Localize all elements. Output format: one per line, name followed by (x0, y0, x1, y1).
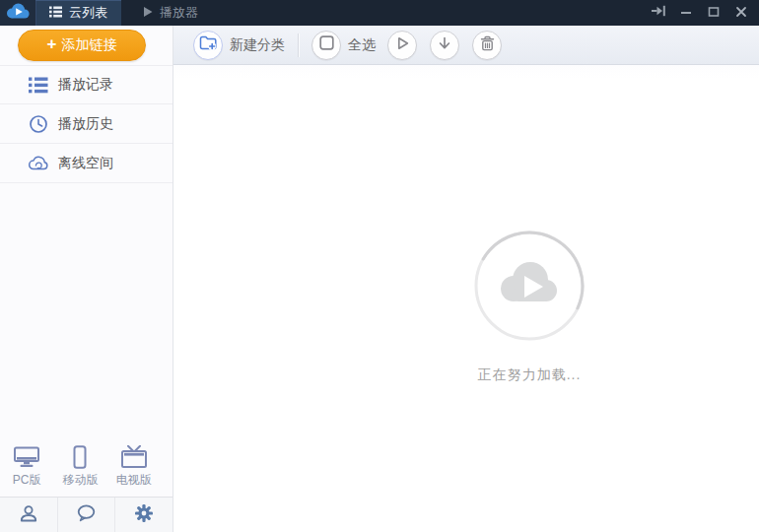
new-category-label: 新建分类 (230, 36, 285, 54)
tab-player-label: 播放器 (160, 4, 198, 22)
tab-cloud-list[interactable]: 云列表 (35, 0, 121, 26)
tab-player[interactable]: 播放器 (129, 0, 212, 26)
select-all-label: 全选 (348, 36, 376, 54)
platform-mobile[interactable]: 移动版 (53, 445, 106, 489)
platform-label: PC版 (0, 472, 53, 489)
minimize-icon (680, 4, 692, 22)
download-button[interactable] (430, 31, 459, 60)
platform-label: 电视版 (107, 472, 161, 489)
close-icon (735, 4, 747, 22)
titlebar: 云列表 播放器 (0, 0, 759, 26)
maximize-icon (708, 4, 720, 22)
platform-links: PC版 移动版 电视版 (0, 445, 161, 489)
select-all-button[interactable] (311, 31, 341, 60)
play-icon (394, 35, 410, 55)
sidebar-item-label: 离线空间 (58, 155, 113, 172)
play-icon (143, 6, 153, 21)
offline-cloud-icon (28, 154, 49, 173)
download-icon (437, 35, 452, 55)
feedback-chat-button[interactable] (57, 498, 116, 532)
platform-pc[interactable]: PC版 (0, 445, 53, 489)
monitor-icon (0, 445, 53, 469)
sidebar: + 添加链接 播放记录 播放历史 (0, 26, 173, 532)
sidebar-footer (0, 497, 172, 532)
user-button[interactable] (0, 498, 57, 532)
cloud-play-logo-icon (5, 2, 31, 24)
add-link-button[interactable]: + 添加链接 (18, 30, 146, 61)
chat-icon (76, 503, 97, 526)
sidebar-item-play-history[interactable]: 播放历史 (0, 104, 172, 144)
tv-icon (107, 445, 161, 469)
sidebar-item-label: 播放历史 (58, 115, 113, 133)
settings-gear-icon (134, 503, 154, 527)
new-category-folder-icon (199, 34, 218, 55)
delete-trash-icon (480, 35, 495, 55)
platform-label: 移动版 (53, 472, 106, 489)
pin-to-top-icon (651, 3, 666, 23)
minimize-button[interactable] (676, 3, 696, 23)
playlist-icon (28, 75, 49, 95)
close-button[interactable] (731, 3, 751, 23)
user-icon (19, 503, 38, 527)
delete-button[interactable] (472, 31, 502, 60)
plus-icon: + (47, 37, 57, 51)
sidebar-item-play-records[interactable]: 播放记录 (0, 65, 172, 104)
history-clock-icon (28, 114, 49, 134)
cloud-play-spinner-icon (421, 231, 638, 341)
pin-to-top-button[interactable] (649, 3, 668, 23)
sidebar-item-label: 播放记录 (58, 76, 113, 94)
toolbar-separator (298, 33, 299, 57)
loading-placeholder: 正在努力加载... (421, 231, 638, 384)
platform-tv[interactable]: 电视版 (107, 445, 161, 489)
window-controls (649, 0, 759, 26)
main-toolbar: 新建分类 全选 (173, 26, 759, 65)
loading-text: 正在努力加载... (421, 366, 638, 384)
app-logo (0, 0, 35, 26)
phone-icon (53, 445, 106, 469)
new-category-button[interactable] (193, 31, 223, 60)
list-icon (49, 6, 62, 21)
content-area: 正在努力加载... (173, 65, 759, 532)
tab-cloud-list-label: 云列表 (69, 4, 107, 22)
sidebar-item-offline-space[interactable]: 离线空间 (0, 144, 172, 183)
sidebar-menu: 播放记录 播放历史 离线空间 (0, 65, 172, 183)
select-all-checkbox-icon (319, 35, 334, 54)
play-selected-button[interactable] (387, 31, 417, 60)
add-link-label: 添加链接 (61, 36, 116, 54)
maximize-button[interactable] (704, 3, 724, 23)
settings-button[interactable] (115, 498, 172, 532)
